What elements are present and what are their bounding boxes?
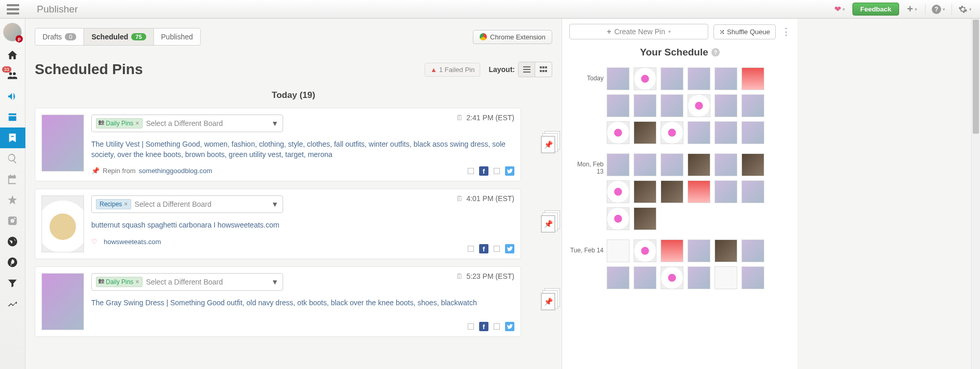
schedule-thumb[interactable] — [715, 121, 737, 144]
schedule-thumb[interactable] — [715, 153, 737, 176]
schedule-thumb[interactable] — [741, 153, 764, 176]
pin-stack-button[interactable]: 📌 — [541, 215, 555, 233]
share-checkbox-2[interactable] — [494, 168, 500, 174]
pin-description[interactable]: butternut squash spaghetti carbonara I h… — [91, 220, 514, 231]
nav-active[interactable] — [0, 127, 25, 148]
board-selector[interactable]: Daily Pins× Select a Different Board ▼ — [91, 273, 283, 291]
pin-stack-button[interactable]: 📌 — [541, 293, 555, 310]
schedule-thumb[interactable] — [715, 67, 737, 90]
nav-trending[interactable] — [0, 293, 25, 314]
scrollbar[interactable] — [971, 19, 980, 369]
pin-time[interactable]: 🗓5:23 PM (EST) — [456, 272, 514, 280]
schedule-thumb[interactable] — [607, 239, 629, 262]
schedule-thumb[interactable] — [661, 67, 683, 90]
schedule-thumb[interactable] — [607, 207, 629, 230]
layout-grid-button[interactable] — [535, 62, 552, 77]
schedule-thumb[interactable] — [607, 67, 629, 90]
board-selector[interactable]: Recipes× Select a Different Board ▼ — [91, 195, 283, 213]
nav-home[interactable] — [0, 45, 25, 65]
schedule-thumb[interactable] — [715, 180, 737, 203]
schedule-thumb[interactable] — [607, 153, 629, 176]
favorites-button[interactable]: ❤▾ — [831, 2, 848, 17]
nav-calendar[interactable] — [0, 169, 25, 190]
schedule-thumb[interactable] — [741, 121, 764, 144]
schedule-thumb[interactable] — [634, 207, 656, 230]
board-tag[interactable]: Daily Pins× — [96, 277, 143, 287]
chrome-extension-button[interactable]: Chrome Extension — [473, 30, 552, 44]
schedule-thumb[interactable] — [661, 121, 683, 144]
schedule-thumb[interactable] — [634, 94, 656, 117]
schedule-thumb[interactable] — [607, 180, 629, 203]
nav-pinterest[interactable] — [0, 252, 25, 273]
board-tag[interactable]: Recipes× — [96, 199, 131, 209]
layout-list-button[interactable] — [519, 62, 535, 77]
schedule-thumb[interactable] — [688, 266, 710, 289]
pin-thumbnail[interactable] — [41, 195, 84, 252]
board-selector[interactable]: Daily Pins× Select a Different Board ▼ — [91, 115, 283, 132]
pin-time[interactable]: 🗓2:41 PM (EST) — [456, 113, 514, 122]
schedule-menu-button[interactable]: ⋮ — [781, 26, 790, 37]
create-pin-button[interactable]: +Create New Pin▾ — [569, 24, 708, 39]
schedule-thumb[interactable] — [634, 121, 656, 144]
schedule-thumb[interactable] — [634, 239, 656, 262]
schedule-thumb[interactable] — [688, 180, 710, 203]
schedule-thumb[interactable] — [741, 94, 764, 117]
schedule-thumb[interactable] — [688, 153, 710, 176]
pin-time[interactable]: 🗓4:01 PM (EST) — [456, 194, 514, 203]
schedule-thumb[interactable] — [661, 239, 683, 262]
tab-scheduled[interactable]: Scheduled75 — [84, 29, 153, 45]
share-checkbox-1[interactable] — [468, 323, 474, 330]
twitter-icon[interactable] — [505, 166, 514, 176]
twitter-icon[interactable] — [505, 322, 514, 331]
schedule-thumb[interactable] — [715, 266, 737, 289]
facebook-icon[interactable]: f — [479, 322, 488, 331]
schedule-thumb[interactable] — [607, 94, 629, 117]
failed-pin-button[interactable]: ▲1 Failed Pin — [425, 63, 481, 77]
pin-thumbnail[interactable] — [41, 273, 84, 330]
tab-drafts[interactable]: Drafts0 — [35, 29, 84, 45]
twitter-icon[interactable] — [505, 244, 514, 253]
nav-community[interactable]: 33 — [0, 65, 25, 86]
board-tag[interactable]: Daily Pins× — [96, 118, 143, 129]
schedule-thumb[interactable] — [607, 121, 629, 144]
remove-tag-button[interactable]: × — [124, 201, 128, 208]
schedule-thumb[interactable] — [607, 266, 629, 289]
schedule-thumb[interactable] — [688, 67, 710, 90]
scrollbar-thumb[interactable] — [973, 20, 979, 134]
feedback-button[interactable]: Feedback — [852, 3, 899, 16]
schedule-thumb[interactable] — [741, 239, 764, 262]
help-icon[interactable]: ? — [711, 48, 720, 56]
tab-published[interactable]: Published — [154, 29, 201, 45]
schedule-thumb[interactable] — [661, 180, 683, 203]
schedule-thumb[interactable] — [688, 239, 710, 262]
nav-globe[interactable] — [0, 231, 25, 252]
nav-instagram[interactable] — [0, 210, 25, 231]
schedule-thumb[interactable] — [741, 180, 764, 203]
share-checkbox-1[interactable] — [468, 168, 474, 174]
nav-publisher[interactable] — [0, 107, 25, 127]
pin-description[interactable]: The Gray Swing Dress | Something Good ou… — [91, 298, 514, 308]
schedule-thumb[interactable] — [661, 94, 683, 117]
share-checkbox-2[interactable] — [494, 246, 500, 252]
shuffle-queue-button[interactable]: ⤮Shuffle Queue — [713, 24, 776, 39]
schedule-thumb[interactable] — [741, 67, 764, 90]
schedule-thumb[interactable] — [688, 94, 710, 117]
nav-search[interactable] — [0, 148, 25, 169]
settings-button[interactable]: ▾ — [956, 2, 974, 17]
facebook-icon[interactable]: f — [479, 166, 488, 176]
schedule-thumb[interactable] — [715, 94, 737, 117]
schedule-thumb[interactable] — [661, 153, 683, 176]
schedule-thumb[interactable] — [661, 266, 683, 289]
schedule-thumb[interactable] — [634, 153, 656, 176]
share-checkbox-2[interactable] — [494, 323, 500, 330]
menu-button[interactable] — [0, 0, 25, 19]
schedule-thumb[interactable] — [634, 266, 656, 289]
facebook-icon[interactable]: f — [479, 244, 488, 253]
schedule-thumb[interactable] — [634, 180, 656, 203]
pin-stack-button[interactable]: 📌 — [541, 136, 555, 153]
nav-filter[interactable] — [0, 273, 25, 293]
schedule-thumb[interactable] — [634, 67, 656, 90]
add-button[interactable]: +▾ — [903, 2, 921, 17]
schedule-thumb[interactable] — [688, 121, 710, 144]
share-checkbox-1[interactable] — [468, 246, 474, 252]
